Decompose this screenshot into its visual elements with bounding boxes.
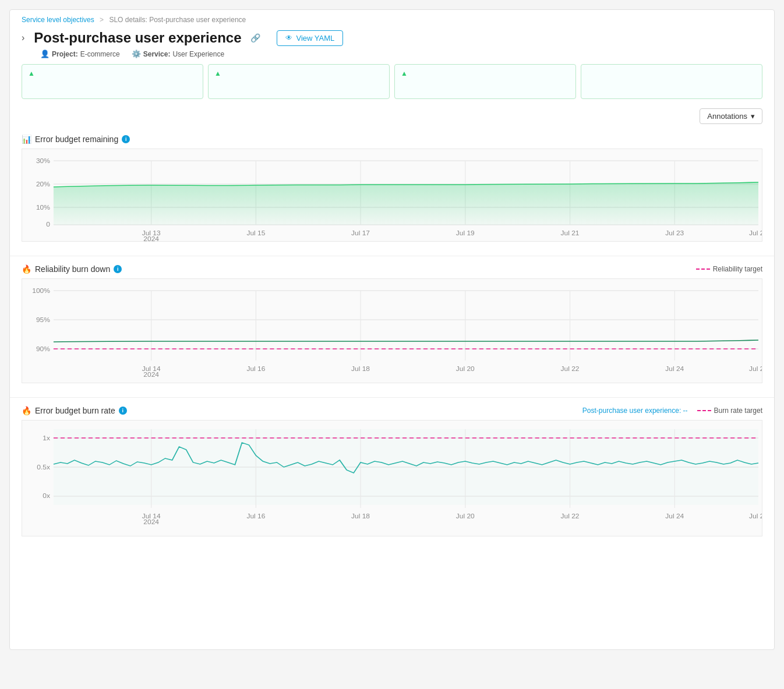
annotations-bar: Annotations ▾ <box>10 106 774 129</box>
svg-text:Jul 15: Jul 15 <box>246 230 265 236</box>
svg-text:Jul 16: Jul 16 <box>246 366 265 372</box>
burn-rate-target-legend: Burn rate target <box>697 407 762 415</box>
view-yaml-button[interactable]: 👁 View YAML <box>277 30 343 46</box>
svg-text:1x: 1x <box>43 435 50 441</box>
breadcrumb-separator: > <box>100 16 104 24</box>
reliability-target-label: Reliability target <box>713 265 762 273</box>
meta-info: 👤 Project: E-commerce ⚙️ Service: User E… <box>10 48 774 64</box>
burn-rate-info-icon[interactable]: i <box>119 407 127 415</box>
service-value: User Experience <box>172 50 224 58</box>
svg-text:2024: 2024 <box>143 236 159 242</box>
burn-rate-section: 🔥 Error budget burn rate i Post-purchase… <box>10 400 774 548</box>
svg-text:Jul 24: Jul 24 <box>665 366 684 372</box>
fire-icon-2: 🔥 <box>22 406 31 415</box>
svg-text:Jul 22: Jul 22 <box>561 513 580 520</box>
svg-text:Jul 17: Jul 17 <box>351 230 370 236</box>
page-header: › Post-purchase user experience 🔗 👁 View… <box>10 27 774 48</box>
svg-text:Jul 18: Jul 18 <box>351 366 370 372</box>
summary-card-2: ▲ <box>208 64 390 99</box>
burn-rate-legend: Post-purchase user experience: -- Burn r… <box>582 407 762 415</box>
burn-rate-chart-header: 🔥 Error budget burn rate i Post-purchase… <box>22 406 762 415</box>
card-arrow-3: ▲ <box>401 69 408 77</box>
svg-text:20%: 20% <box>36 181 50 188</box>
svg-text:Jul 20: Jul 20 <box>456 366 475 372</box>
summary-cards: ▲ ▲ ▲ <box>10 64 774 106</box>
breadcrumb-parent-link[interactable]: Service level objectives <box>22 16 94 24</box>
reliability-target-legend-dash <box>696 268 710 270</box>
card-arrow-2: ▲ <box>214 69 221 77</box>
svg-text:Jul 22: Jul 22 <box>561 366 580 372</box>
burn-rate-svg: 1x 0.5x 0x Jul 14 2024 Jul 16 Jul 18 Jul… <box>22 421 762 536</box>
burn-rate-target-label: Burn rate target <box>714 407 762 415</box>
burn-rate-legend-dash <box>697 410 711 411</box>
svg-text:10%: 10% <box>36 204 50 211</box>
svg-text:Jul 24: Jul 24 <box>665 513 684 520</box>
chevron-icon[interactable]: › <box>22 33 24 43</box>
reliability-burndown-info-icon[interactable]: i <box>114 265 122 273</box>
error-budget-info-icon[interactable]: i <box>122 135 130 143</box>
burn-rate-center-label: Post-purchase user experience: -- <box>582 407 688 415</box>
svg-text:95%: 95% <box>36 317 50 323</box>
summary-card-1: ▲ <box>22 64 203 99</box>
svg-text:Jul 19: Jul 19 <box>456 230 475 236</box>
chevron-down-icon: ▾ <box>751 112 755 121</box>
reliability-burndown-title: 🔥 Reliability burn down i <box>22 264 122 274</box>
error-budget-section: 📊 Error budget remaining i 30% <box>10 129 774 253</box>
project-value: E-commerce <box>80 50 120 58</box>
svg-text:Jul 25: Jul 25 <box>749 230 762 236</box>
page-title: Post-purchase user experience <box>34 30 241 46</box>
service-label: Service: <box>143 50 171 58</box>
summary-card-4 <box>581 64 762 99</box>
svg-text:90%: 90% <box>36 346 50 352</box>
svg-text:Jul 23: Jul 23 <box>665 230 684 236</box>
svg-text:Jul 18: Jul 18 <box>351 513 370 520</box>
svg-text:Jul 16: Jul 16 <box>246 513 265 520</box>
svg-text:100%: 100% <box>32 288 50 294</box>
svg-text:0.5x: 0.5x <box>37 464 50 471</box>
svg-text:Jul 26: Jul 26 <box>749 513 762 520</box>
chart-icon-1: 📊 <box>22 135 31 144</box>
svg-text:Jul 21: Jul 21 <box>561 230 580 236</box>
service-icon: ⚙️ <box>132 50 141 58</box>
error-budget-chart: 30% 20% 10% 0 Jul 13 2024 Jul 15 <box>22 149 762 242</box>
reliability-burndown-chart-header: 🔥 Reliability burn down i Reliability ta… <box>22 264 762 274</box>
svg-text:0: 0 <box>46 221 50 228</box>
svg-text:30%: 30% <box>36 158 50 164</box>
error-budget-title: 📊 Error budget remaining i <box>22 135 130 144</box>
reliability-target-legend: Reliability target <box>696 265 762 273</box>
breadcrumb: Service level objectives > SLO details: … <box>10 10 774 27</box>
burn-rate-title: 🔥 Error budget burn rate i <box>22 406 127 415</box>
breadcrumb-current: SLO details: Post-purchase user experien… <box>109 16 246 24</box>
svg-text:Jul 26: Jul 26 <box>749 366 762 372</box>
summary-card-3: ▲ <box>394 64 576 99</box>
annotations-label: Annotations <box>707 112 747 121</box>
card-arrow-1: ▲ <box>28 69 35 77</box>
reliability-burndown-section: 🔥 Reliability burn down i Reliability ta… <box>10 259 774 395</box>
svg-text:2024: 2024 <box>143 372 159 378</box>
link-icon[interactable]: 🔗 <box>250 33 260 43</box>
eye-icon: 👁 <box>285 34 292 42</box>
project-label: Project: <box>52 50 78 58</box>
svg-text:0x: 0x <box>43 493 50 499</box>
reliability-burndown-chart: 100% 95% 90% Jul 14 2024 Jul 16 Jul 18 J… <box>22 278 762 383</box>
project-icon: 👤 <box>40 50 50 58</box>
burn-rate-chart: 1x 0.5x 0x Jul 14 2024 Jul 16 Jul 18 Jul… <box>22 420 762 536</box>
fire-icon-1: 🔥 <box>22 264 31 274</box>
reliability-burndown-svg: 100% 95% 90% Jul 14 2024 Jul 16 Jul 18 J… <box>22 279 762 383</box>
svg-text:2024: 2024 <box>143 519 159 525</box>
svg-text:Jul 20: Jul 20 <box>456 513 475 520</box>
error-budget-svg: 30% 20% 10% 0 Jul 13 2024 Jul 15 <box>22 149 762 242</box>
annotations-button[interactable]: Annotations ▾ <box>700 108 762 124</box>
error-budget-chart-header: 📊 Error budget remaining i <box>22 135 762 144</box>
